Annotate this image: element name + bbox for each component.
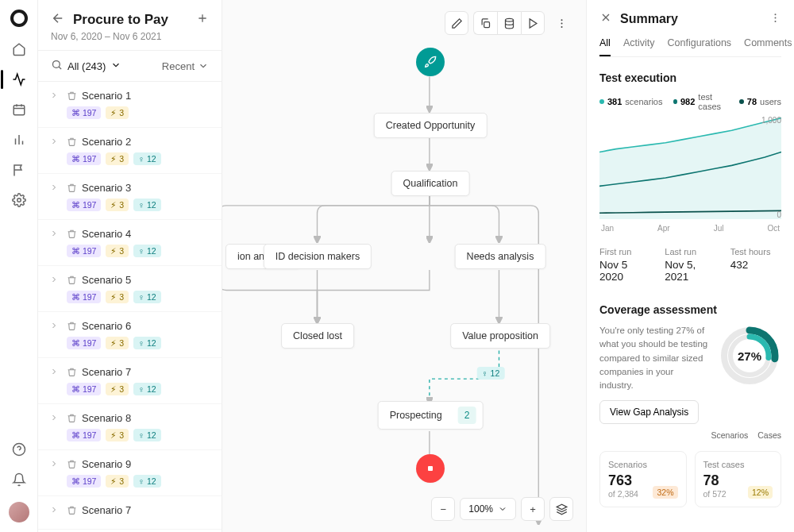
scenario-name: Scenario 9 — [82, 458, 131, 470]
scenario-item[interactable]: Scenario 8 ⌘ 197⚡︎ 3♀ 12 — [38, 404, 222, 450]
scenario-list[interactable]: Scenario 1 ⌘ 197⚡︎ 3 Scenario 2 ⌘ 197⚡︎ … — [38, 82, 222, 532]
sort-dropdown[interactable]: Recent — [162, 60, 209, 72]
chart-icon[interactable] — [11, 132, 27, 148]
svg-rect-9 — [428, 466, 433, 471]
back-icon[interactable] — [51, 11, 65, 28]
chevron-right-icon — [49, 504, 59, 521]
flag-icon[interactable] — [11, 162, 27, 178]
svg-rect-0 — [13, 106, 25, 115]
scenario-name: Scenario 3 — [82, 182, 131, 194]
tab-comments[interactable]: Comments — [744, 37, 792, 56]
flow-node[interactable]: Needs analysis — [455, 244, 546, 269]
scenario-item[interactable]: Scenario 3 ⌘ 197⚡︎ 3♀ 12 — [38, 174, 222, 220]
svg-point-8 — [561, 25, 562, 27]
chevron-right-icon — [49, 136, 59, 165]
flow-node[interactable]: Closed lost — [281, 323, 354, 349]
chart-legend: 381 scenarios982 test cases78 users — [599, 92, 781, 111]
svg-point-3 — [53, 61, 60, 68]
zoom-in-button[interactable]: + — [521, 497, 545, 521]
filter-label[interactable]: All (243) — [67, 60, 106, 72]
date-range: Nov 6, 2020 – Nov 6 2021 — [51, 31, 209, 42]
bell-icon[interactable] — [11, 472, 27, 488]
svg-point-5 — [506, 18, 514, 21]
chart-xaxis: JanAprJulOct — [599, 224, 781, 233]
summary-cards: Scenarios 763 of 2,384 32% Test cases 78… — [599, 451, 781, 507]
view-gap-button[interactable]: View Gap Analysis — [599, 400, 699, 424]
edge-label: ♀ 12 — [477, 367, 505, 380]
data-icon[interactable] — [497, 11, 521, 35]
scenario-item[interactable]: Scenario 4 ⌘ 197⚡︎ 3♀ 12 — [38, 220, 222, 266]
svg-point-7 — [561, 22, 562, 24]
scenario-item[interactable]: Scenario 6 ⌘ 197⚡︎ 3♀ 12 — [38, 312, 222, 358]
page-title: Procure to Pay — [73, 12, 188, 28]
svg-point-10 — [775, 13, 777, 15]
home-icon[interactable] — [11, 41, 27, 57]
gear-icon[interactable] — [11, 192, 27, 208]
stop-node[interactable] — [416, 454, 445, 483]
chevron-right-icon — [49, 90, 59, 119]
sidebar: Procure to Pay Nov 6, 2020 – Nov 6 2021 … — [38, 0, 222, 532]
search-icon[interactable] — [51, 59, 63, 73]
flow-node[interactable]: Created Opportunity — [374, 113, 488, 138]
scenario-name: Scenario 1 — [82, 90, 131, 102]
flow-node[interactable]: Qualification — [391, 171, 470, 196]
start-node[interactable] — [416, 48, 445, 76]
close-icon[interactable] — [599, 11, 612, 26]
svg-point-1 — [17, 199, 21, 202]
tab-activity[interactable]: Activity — [623, 37, 655, 56]
panel-title: Summary — [620, 12, 761, 26]
help-icon[interactable] — [11, 441, 27, 457]
svg-point-12 — [775, 20, 777, 21]
scenario-name: Scenario 2 — [82, 136, 131, 148]
coverage-text: You're only testing 27% of what you shou… — [599, 324, 708, 392]
zoom-out-button[interactable]: − — [431, 497, 455, 521]
scenario-item[interactable]: Scenario 9 ⌘ 197⚡︎ 3♀ 12 — [38, 450, 222, 496]
scenario-item[interactable]: Scenario 7 — [38, 496, 222, 530]
chevron-down-icon[interactable] — [110, 60, 121, 73]
scenario-item[interactable]: Scenario 5 ⌘ 197⚡︎ 3♀ 12 — [38, 266, 222, 312]
layers-icon[interactable] — [549, 497, 573, 521]
play-icon[interactable] — [521, 11, 545, 35]
chevron-right-icon — [49, 320, 59, 349]
chevron-right-icon — [49, 366, 59, 395]
scenario-item[interactable]: Scenario 1 ⌘ 197⚡︎ 3 — [38, 82, 222, 128]
copy-icon[interactable] — [473, 11, 497, 35]
avatar[interactable] — [9, 502, 29, 522]
scenario-name: Scenario 5 — [82, 274, 131, 286]
scenario-item[interactable]: Scenario 2 ⌘ 197⚡︎ 3♀ 12 — [38, 128, 222, 174]
scenario-name: Scenario 4 — [82, 228, 131, 240]
summary-card[interactable]: Scenarios 763 of 2,384 32% — [599, 451, 687, 507]
calendar-icon[interactable] — [11, 102, 27, 118]
summary-panel: Summary AllActivityConfigurationsComment… — [586, 0, 794, 532]
svg-point-6 — [561, 19, 562, 21]
tab-configurations[interactable]: Configurations — [668, 37, 732, 56]
coverage-donut: 27% — [718, 324, 781, 387]
test-exec-chart: 1,000 0 — [599, 116, 781, 219]
zoom-level[interactable]: 100% — [460, 498, 516, 520]
add-icon[interactable] — [196, 12, 209, 27]
more-icon[interactable] — [549, 11, 573, 35]
canvas-area[interactable]: Created Opportunity Qualification ion an… — [222, 0, 586, 532]
canvas-toolbar — [445, 11, 573, 35]
flow-node-prospecting[interactable]: Prospecting2 — [378, 401, 484, 430]
chevron-right-icon — [49, 228, 59, 257]
panel-tabs: AllActivityConfigurationsComments — [599, 37, 781, 57]
chevron-right-icon — [49, 458, 59, 488]
flow-node[interactable]: Value proposition — [450, 323, 550, 349]
chevron-right-icon — [49, 274, 59, 303]
scenario-item[interactable]: Scenario 7 ⌘ 197⚡︎ 3♀ 12 — [38, 358, 222, 404]
logo[interactable] — [10, 10, 28, 27]
flow-node[interactable]: ID decision makers — [264, 244, 372, 269]
summary-card[interactable]: Test cases 78 of 572 12% — [695, 451, 782, 507]
more-icon[interactable] — [769, 12, 781, 26]
scenario-name: Scenario 7 — [82, 504, 131, 516]
nav-rail — [0, 0, 38, 532]
edit-icon[interactable] — [445, 11, 468, 35]
zoom-controls: − 100% + — [431, 497, 573, 521]
activity-icon[interactable] — [11, 71, 27, 87]
section-title: Test execution — [599, 71, 781, 84]
coverage-legend: ScenariosCases — [599, 430, 781, 440]
tab-all[interactable]: All — [599, 37, 611, 56]
run-stats: First runNov 5 2020Last runNov 5, 2021Te… — [599, 247, 781, 283]
scenario-name: Scenario 7 — [82, 366, 131, 378]
